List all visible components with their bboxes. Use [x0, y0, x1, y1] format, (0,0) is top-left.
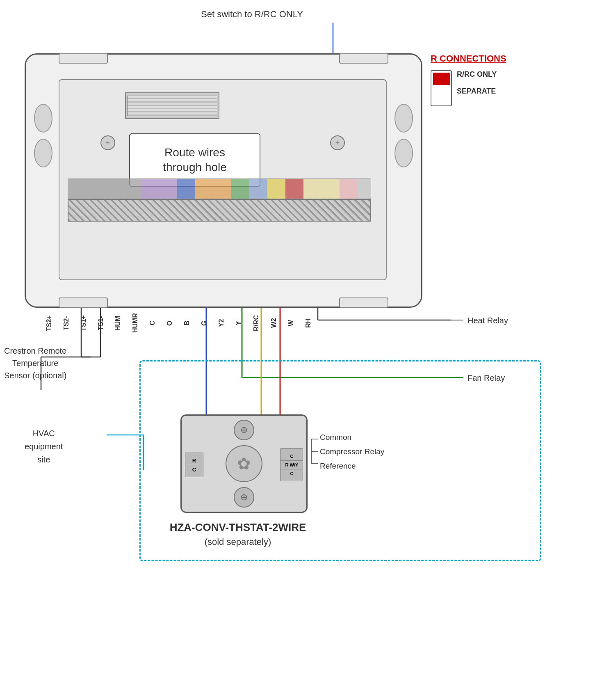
route-wires-text: Route wiresthrough hole: [163, 145, 227, 175]
label-b: B: [179, 312, 195, 334]
compressor-relay-label: Compressor Relay: [320, 447, 384, 456]
hza-device: ⊕ ⊕ ✿ R C C R W/Y C: [180, 414, 308, 513]
common-label: Common: [320, 433, 351, 442]
label-ts1plus: TS1+: [75, 312, 92, 334]
inner-panel: Route wiresthrough hole + +: [59, 79, 387, 280]
label-humr: HUMR: [127, 312, 144, 334]
tab-bottom-right: [339, 297, 388, 308]
oval-right-bottom: [394, 139, 413, 167]
device-fan-center: ✿: [226, 445, 262, 482]
thermostat-unit: Route wiresthrough hole + +: [25, 53, 422, 308]
device-name-label: HZA-CONV-THSTAT-2WIRE: [156, 521, 320, 534]
set-switch-annotation: Set switch to R/RC ONLY: [201, 9, 303, 20]
label-w2: W2: [266, 312, 282, 334]
chip-connector: [125, 92, 219, 119]
oval-right-top: [394, 104, 413, 133]
tab-top-left: [59, 53, 108, 64]
label-hum: HUM: [110, 312, 126, 334]
label-ts2minus: TS2-: [58, 312, 75, 334]
sold-separately-label: (sold separately): [156, 537, 320, 547]
device-left-terminals: R C: [185, 453, 203, 477]
r-connections-panel: R CONNECTIONS R/RC ONLY SEPARATE: [431, 53, 545, 106]
terminal-labels-row: TS2+ TS2- TS1+ TS1- HUM HUMR C O B G Y2 …: [41, 312, 317, 334]
terminal-connector-row: [68, 178, 371, 199]
label-g: G: [196, 312, 212, 334]
oval-left-bottom: [34, 139, 52, 167]
device-fan-bottom: ⊕: [234, 487, 254, 508]
label-ts1minus: TS1-: [93, 312, 109, 334]
label-rh: RH: [300, 312, 317, 334]
screw-left: +: [100, 135, 115, 150]
r-rc-only-label: R/RC ONLY: [457, 70, 497, 79]
r-switch-labels: R/RC ONLY SEPARATE: [457, 70, 497, 96]
label-y: Y: [230, 312, 247, 334]
terminal-block: [68, 199, 371, 222]
hvac-site-label: HVACequipmentsite: [25, 427, 63, 466]
label-rrc: R/RC: [248, 312, 265, 334]
label-ts2plus: TS2+: [41, 312, 57, 334]
r-switch: [431, 70, 452, 106]
reference-label: Reference: [320, 462, 356, 471]
tab-bottom-left: [59, 297, 108, 308]
label-o: O: [162, 312, 178, 334]
r-switch-indicator: [433, 73, 450, 85]
tab-top-right: [339, 53, 388, 64]
screw-right: +: [330, 135, 345, 150]
crestron-sensor-label: Crestron RemoteTemperatureSensor (option…: [4, 345, 66, 382]
label-w: W: [283, 312, 299, 334]
separate-label: SEPARATE: [457, 87, 497, 96]
device-right-terminals: C R W/Y C: [280, 448, 303, 481]
oval-left-top: [34, 104, 52, 133]
device-fan-top: ⊕: [234, 420, 254, 440]
diagram-container: Set switch to R/RC ONLY: [0, 0, 602, 700]
label-c: C: [144, 312, 161, 334]
r-connections-title: R CONNECTIONS: [431, 53, 545, 64]
heat-relay-label: Heat Relay: [467, 316, 508, 325]
label-y2: Y2: [213, 312, 230, 334]
